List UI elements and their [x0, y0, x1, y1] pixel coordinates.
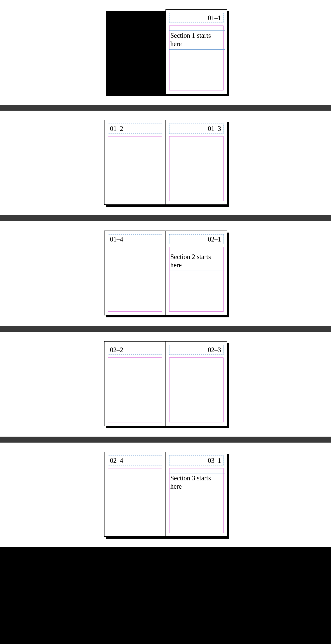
body-text-frame[interactable] [108, 357, 162, 422]
page-number: 02–1 [208, 236, 221, 242]
page-number-frame[interactable]: 02–4 [108, 456, 162, 465]
section-start-text[interactable]: Section 3 starts here [169, 473, 225, 492]
spread-row: 01–2 01–3 [0, 111, 331, 221]
page-number: 01–3 [208, 125, 221, 132]
body-text-frame[interactable] [108, 247, 162, 312]
page-number-frame[interactable]: 01–3 [169, 124, 224, 134]
page[interactable]: 03–1 Section 3 starts here [166, 452, 227, 537]
page-number-frame[interactable]: 02–3 [169, 345, 224, 355]
page-number-frame[interactable]: 01–2 [108, 124, 162, 134]
page-number: 02–4 [110, 457, 123, 464]
spread-shadow: 02–2 02–3 [104, 341, 227, 426]
body-text-frame[interactable] [169, 136, 224, 201]
spread[interactable]: 02–2 02–3 [104, 341, 227, 426]
page[interactable]: 01–4 [104, 231, 166, 315]
page-number-frame[interactable]: 01–4 [108, 234, 162, 244]
page-number-frame[interactable]: 02–2 [108, 345, 162, 355]
spread-row: 01–1 Section 1 starts here [0, 0, 331, 111]
spread-row: 02–2 02–3 [0, 332, 331, 443]
spread-shadow: 01–4 02–1 Section 2 starts here [104, 231, 227, 315]
spread-shadow: 01–2 01–3 [104, 120, 227, 205]
page-number: 01–1 [208, 15, 221, 21]
page-number: 03–1 [208, 457, 221, 464]
page-number: 02–2 [110, 347, 123, 353]
page-number: 01–4 [110, 236, 123, 242]
page-number-frame[interactable]: 02–1 [169, 234, 224, 244]
page-number-frame[interactable]: 01–1 [169, 13, 224, 23]
spread-row: 01–4 02–1 Section 2 starts here [0, 221, 331, 332]
body-text-frame[interactable]: Section 2 starts here [169, 247, 224, 312]
spread[interactable]: 01–4 02–1 Section 2 starts here [104, 231, 227, 315]
page[interactable]: 02–4 [104, 452, 166, 537]
page-placeholder [104, 9, 166, 94]
page-number-frame[interactable]: 03–1 [169, 456, 224, 465]
body-text-frame[interactable] [108, 136, 162, 201]
page[interactable]: 02–3 [166, 341, 227, 426]
page[interactable]: 01–1 Section 1 starts here [166, 9, 227, 94]
page[interactable]: 01–3 [166, 120, 227, 205]
pages-panel: 01–1 Section 1 starts here 01–2 [0, 0, 331, 547]
spread[interactable]: 01–2 01–3 [104, 120, 227, 205]
page[interactable]: 01–2 [104, 120, 166, 205]
body-text-frame[interactable] [108, 468, 162, 533]
spread-row: 02–4 03–1 Section 3 starts here [0, 443, 331, 547]
page-number: 01–2 [110, 125, 123, 132]
section-start-text[interactable]: Section 2 starts here [169, 252, 225, 271]
spread[interactable]: 02–4 03–1 Section 3 starts here [104, 452, 227, 537]
page[interactable]: 02–1 Section 2 starts here [166, 231, 227, 315]
section-start-text[interactable]: Section 1 starts here [169, 30, 225, 50]
page-number: 02–3 [208, 347, 221, 353]
spread-shadow: 02–4 03–1 Section 3 starts here [104, 452, 227, 537]
body-text-frame[interactable]: Section 1 starts here [169, 26, 224, 90]
body-text-frame[interactable] [169, 357, 224, 422]
spread-shadow: 01–1 Section 1 starts here [104, 9, 227, 94]
body-text-frame[interactable]: Section 3 starts here [169, 468, 224, 533]
spread[interactable]: 01–1 Section 1 starts here [104, 9, 227, 94]
page[interactable]: 02–2 [104, 341, 166, 426]
